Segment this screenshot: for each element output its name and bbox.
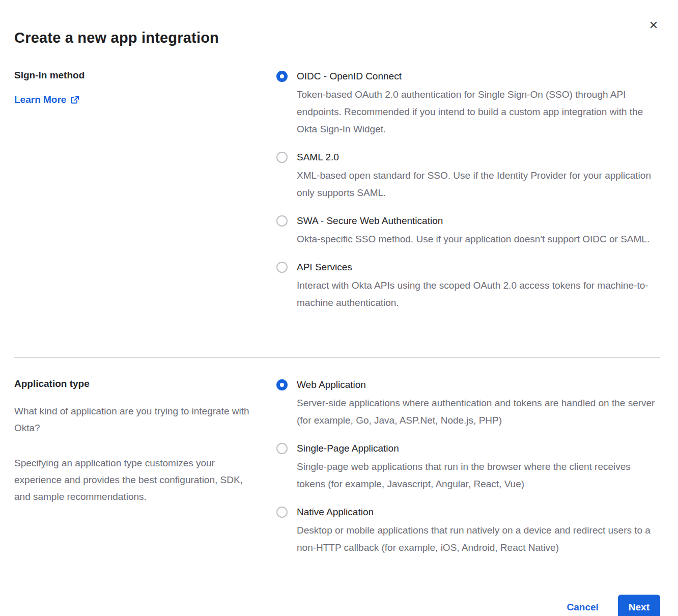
sign-in-method-left: Sign-in method Learn More [14,70,276,105]
option-description: Token-based OAuth 2.0 authentication for… [297,86,659,138]
cancel-button[interactable]: Cancel [567,602,599,613]
radio-icon[interactable] [276,507,288,518]
dialog-footer: Cancel Next [14,595,660,616]
option-label: Single-Page Application [297,442,659,455]
learn-more-label: Learn More [14,94,66,105]
sign-in-method-options: OIDC - OpenID Connect Token-based OAuth … [276,70,660,324]
option-description: XML-based open standard for SSO. Use if … [297,167,659,202]
section-divider [14,357,660,358]
radio-icon[interactable] [276,262,288,273]
option-label: SAML 2.0 [297,151,659,164]
radio-option-native-application[interactable]: Native Application Desktop or mobile app… [276,506,660,556]
option-label: OIDC - OpenID Connect [297,70,659,83]
application-type-description-2: Specifying an application type customize… [14,455,256,505]
application-type-left: Application type What kind of applicatio… [14,378,276,505]
option-label: Web Application [297,378,659,391]
dialog-title: Create a new app integration [14,0,660,46]
radio-option-single-page-application[interactable]: Single-Page Application Single-page web … [276,442,660,493]
application-type-options: Web Application Server-side applications… [276,378,660,569]
create-app-integration-dialog: ✕ Create a new app integration Sign-in m… [0,0,678,616]
radio-option-web-application[interactable]: Web Application Server-side applications… [276,378,660,429]
option-description: Okta-specific SSO method. Use if your ap… [297,231,649,248]
next-button[interactable]: Next [618,595,660,616]
radio-icon[interactable] [276,215,288,227]
option-label: API Services [297,261,659,274]
radio-option-swa[interactable]: SWA - Secure Web Authentication Okta-spe… [276,214,660,248]
radio-icon[interactable] [276,379,288,390]
option-description: Server-side applications where authentic… [297,395,659,429]
option-description: Desktop or mobile applications that run … [297,522,659,556]
option-label: Native Application [297,506,659,519]
radio-icon[interactable] [276,443,288,454]
learn-more-link[interactable]: Learn More [14,94,79,105]
application-type-description-1: What kind of application are you trying … [14,403,256,436]
radio-icon[interactable] [276,152,288,163]
option-label: SWA - Secure Web Authentication [297,214,649,228]
sign-in-method-section: Sign-in method Learn More OIDC - OpenID … [14,70,660,324]
application-type-section: Application type What kind of applicatio… [14,378,660,569]
radio-icon[interactable] [276,71,288,82]
radio-option-api-services[interactable]: API Services Interact with Okta APIs usi… [276,261,660,312]
option-description: Interact with Okta APIs using the scoped… [297,277,659,312]
close-icon[interactable]: ✕ [646,18,661,33]
option-description: Single-page web applications that run in… [297,458,659,493]
radio-option-oidc[interactable]: OIDC - OpenID Connect Token-based OAuth … [276,70,660,138]
application-type-label: Application type [14,378,276,389]
radio-option-saml[interactable]: SAML 2.0 XML-based open standard for SSO… [276,151,660,202]
external-link-icon [70,95,79,104]
sign-in-method-label: Sign-in method [14,70,276,81]
